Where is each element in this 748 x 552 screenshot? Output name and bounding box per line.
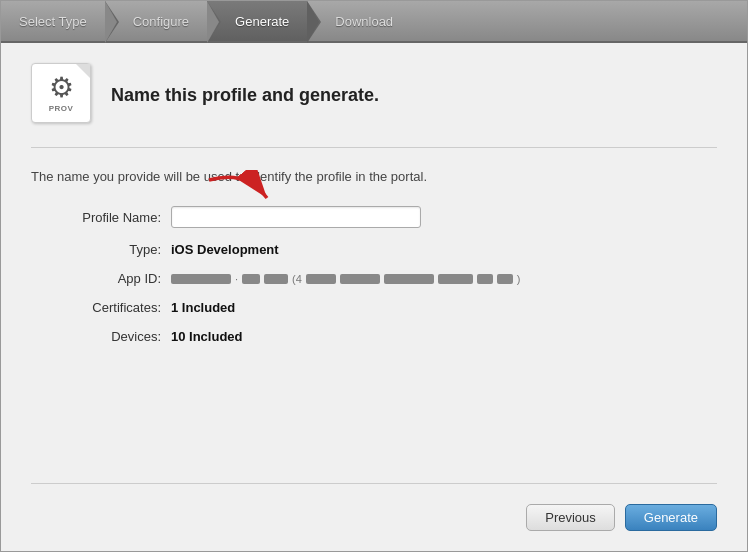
- prov-label: PROV: [49, 104, 74, 113]
- app-id-row: App ID: · (4 ): [31, 271, 717, 286]
- app-id-blur-9: [497, 274, 513, 284]
- steps-bar: Select Type Configure Generate Download: [1, 1, 747, 43]
- devices-value: 10 Included: [171, 329, 243, 344]
- generate-button[interactable]: Generate: [625, 504, 717, 531]
- app-id-blur-5: [340, 274, 380, 284]
- app-id-blur-7: [438, 274, 473, 284]
- description-text: The name you provide will be used to ide…: [31, 168, 717, 186]
- app-id-separator-1: ·: [235, 273, 238, 285]
- step-download[interactable]: Download: [307, 1, 411, 41]
- type-value: iOS Development: [171, 242, 279, 257]
- app-id-paren-open: (4: [292, 273, 302, 285]
- step-download-label: Download: [335, 14, 393, 29]
- header-section: ⚙ PROV Name this profile and generate.: [31, 63, 717, 148]
- app-id-blur-8: [477, 274, 493, 284]
- prov-icon: ⚙ PROV: [31, 63, 95, 127]
- app-id-value: · (4 ): [171, 273, 521, 285]
- bottom-buttons: Previous Generate: [31, 483, 717, 531]
- profile-name-row: Profile Name:: [31, 206, 717, 228]
- certificates-label: Certificates:: [31, 300, 161, 315]
- main-content: ⚙ PROV Name this profile and generate. T…: [1, 43, 747, 551]
- app-id-paren-close: ): [517, 273, 521, 285]
- step-configure[interactable]: Configure: [105, 1, 207, 41]
- type-label: Type:: [31, 242, 161, 257]
- certificates-value: 1 Included: [171, 300, 235, 315]
- devices-label: Devices:: [31, 329, 161, 344]
- app-id-blur-4: [306, 274, 336, 284]
- type-row: Type: iOS Development: [31, 242, 717, 257]
- devices-row: Devices: 10 Included: [31, 329, 717, 344]
- window: Select Type Configure Generate Download …: [0, 0, 748, 552]
- gear-icon: ⚙: [49, 74, 74, 102]
- app-id-blur-3: [264, 274, 288, 284]
- app-id-label: App ID:: [31, 271, 161, 286]
- step-configure-label: Configure: [133, 14, 189, 29]
- app-id-blur-2: [242, 274, 260, 284]
- step-generate-label: Generate: [235, 14, 289, 29]
- step-select-type-label: Select Type: [19, 14, 87, 29]
- app-id-blur-6: [384, 274, 434, 284]
- form-section: The name you provide will be used to ide…: [31, 168, 717, 358]
- page-title: Name this profile and generate.: [111, 85, 379, 106]
- red-arrow-icon: [199, 170, 279, 210]
- certificates-row: Certificates: 1 Included: [31, 300, 717, 315]
- step-select-type[interactable]: Select Type: [1, 1, 105, 41]
- profile-name-label: Profile Name:: [31, 210, 161, 225]
- prov-icon-background: ⚙ PROV: [31, 63, 91, 123]
- app-id-blur-1: [171, 274, 231, 284]
- previous-button[interactable]: Previous: [526, 504, 615, 531]
- step-generate[interactable]: Generate: [207, 1, 307, 41]
